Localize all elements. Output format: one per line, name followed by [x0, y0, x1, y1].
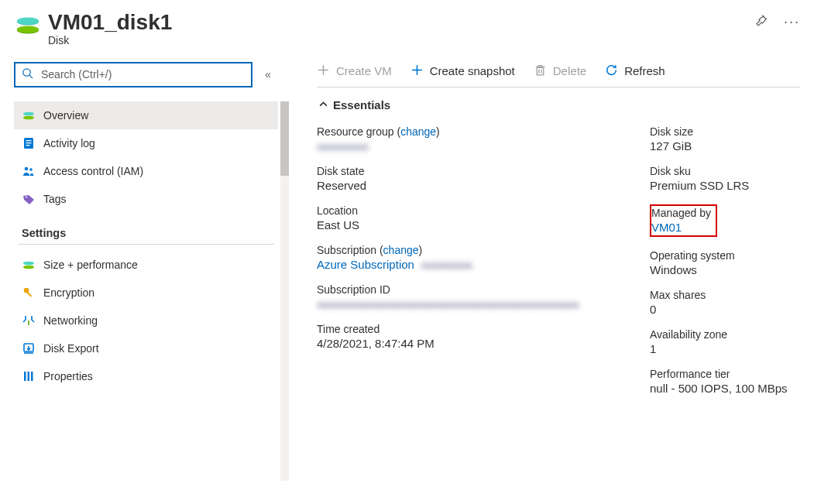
- disk-icon: [22, 258, 36, 272]
- create-snapshot-button[interactable]: Create snapshot: [410, 63, 515, 79]
- field-subscription: Subscription (change) Azure Subscription…: [317, 244, 619, 271]
- svg-point-6: [23, 111, 34, 115]
- svg-point-15: [23, 261, 34, 265]
- nav-search[interactable]: [14, 62, 252, 87]
- essentials-panel: Resource group (change) aaaaaaaaa Disk s…: [317, 125, 800, 395]
- avail-zone-value: 1: [650, 342, 788, 355]
- location-label: Location: [317, 204, 619, 217]
- svg-point-14: [26, 196, 27, 197]
- command-bar: Create VM Create snapshot Delete Refresh: [317, 63, 800, 87]
- os-label: Operating system: [650, 249, 788, 262]
- subscription-link[interactable]: Azure Subscription aaaaaaaaa: [317, 258, 472, 271]
- nav-item-activity-log[interactable]: Activity log: [14, 129, 278, 157]
- nav-item-networking[interactable]: Networking: [14, 307, 278, 334]
- nav-item-label: Activity log: [43, 137, 95, 149]
- max-shares-value: 0: [650, 303, 788, 316]
- page-header: VM01_disk1 Disk ···: [14, 9, 800, 46]
- disk-size-label: Disk size: [650, 125, 788, 138]
- svg-rect-21: [24, 372, 26, 381]
- redacted-value: aaaaaaaaa: [317, 139, 368, 152]
- nav-item-access-control[interactable]: Access control (IAM): [14, 157, 278, 185]
- nav-scrollbar[interactable]: [280, 101, 289, 481]
- redacted-value: aaaaaaaaaaaaaaaaaaaaaaaaaaaaaaaaaaaaaaaa…: [317, 297, 588, 310]
- subscription-id-label: Subscription ID: [317, 283, 619, 296]
- nav-item-label: Networking: [43, 314, 98, 327]
- field-operating-system: Operating system Windows: [650, 249, 788, 276]
- nav-item-size-performance[interactable]: Size + performance: [14, 251, 278, 279]
- log-icon: [22, 136, 36, 150]
- key-icon: [22, 286, 36, 300]
- field-location: Location East US: [317, 204, 619, 231]
- delete-button[interactable]: Delete: [534, 63, 586, 79]
- resource-type-label: Disk: [48, 34, 754, 46]
- disk-state-value: Reserved: [317, 179, 619, 192]
- perf-tier-label: Performance tier: [650, 368, 788, 380]
- people-icon: [22, 164, 36, 178]
- network-icon: [22, 314, 36, 327]
- nav-item-label: Disk Export: [43, 342, 99, 355]
- nav-item-label: Size + performance: [43, 259, 138, 271]
- svg-rect-10: [26, 142, 32, 143]
- refresh-icon: [605, 63, 618, 79]
- disk-resource-icon: [14, 12, 42, 40]
- field-time-created: Time created 4/28/2021, 8:47:44 PM: [317, 323, 619, 350]
- cmd-label: Create snapshot: [430, 64, 515, 77]
- disk-size-value: 127 GiB: [650, 139, 788, 153]
- collapse-nav-button[interactable]: «: [265, 68, 271, 81]
- nav-item-label: Overview: [43, 109, 88, 122]
- export-icon: [22, 341, 36, 355]
- cmd-label: Create VM: [336, 64, 392, 77]
- svg-line-5: [29, 75, 33, 78]
- field-managed-by: Managed by VM01: [650, 204, 788, 237]
- nav-item-label: Encryption: [43, 286, 94, 299]
- cmd-label: Refresh: [624, 64, 665, 77]
- svg-point-3: [17, 26, 39, 33]
- svg-rect-28: [537, 67, 544, 75]
- change-subscription-link[interactable]: change: [383, 244, 419, 256]
- disk-icon: [22, 108, 36, 122]
- search-icon: [22, 67, 33, 81]
- change-resource-group-link[interactable]: change: [400, 125, 436, 138]
- nav-item-tags[interactable]: Tags: [14, 185, 278, 213]
- avail-zone-label: Availability zone: [650, 328, 788, 341]
- plus-icon: [410, 63, 424, 79]
- svg-rect-22: [28, 372, 30, 381]
- nav-item-label: Access control (IAM): [43, 165, 143, 177]
- essentials-toggle[interactable]: Essentials: [318, 98, 800, 111]
- search-input[interactable]: [39, 67, 245, 81]
- resource-group-label: Resource group (: [317, 125, 400, 138]
- field-availability-zone: Availability zone 1: [650, 328, 788, 355]
- trash-icon: [534, 63, 547, 79]
- svg-rect-23: [31, 372, 33, 381]
- page-title: VM01_disk1: [48, 9, 754, 36]
- refresh-button[interactable]: Refresh: [605, 63, 665, 79]
- nav-group-settings: Settings: [22, 227, 289, 239]
- scrollbar-thumb[interactable]: [280, 101, 289, 176]
- nav-item-label: Tags: [43, 193, 67, 205]
- nav-item-disk-export[interactable]: Disk Export: [14, 334, 278, 362]
- field-max-shares: Max shares 0: [650, 289, 788, 316]
- disk-sku-value: Premium SSD LRS: [650, 179, 788, 192]
- disk-sku-label: Disk sku: [650, 165, 788, 177]
- subscription-label: Subscription (: [317, 244, 383, 256]
- svg-rect-11: [26, 145, 30, 146]
- field-resource-group: Resource group (change) aaaaaaaaa: [317, 125, 619, 153]
- properties-icon: [22, 369, 36, 383]
- plus-icon: [317, 63, 330, 79]
- essentials-label: Essentials: [333, 98, 390, 111]
- create-vm-button[interactable]: Create VM: [317, 63, 392, 79]
- nav-item-properties[interactable]: Properties: [14, 362, 278, 390]
- svg-point-4: [23, 69, 30, 76]
- nav-item-overview[interactable]: Overview: [14, 101, 278, 129]
- nav-item-encryption[interactable]: Encryption: [14, 279, 278, 307]
- field-performance-tier: Performance tier null - 500 IOPS, 100 MB…: [650, 368, 788, 395]
- tag-icon: [22, 192, 36, 206]
- managed-by-label: Managed by: [651, 207, 711, 219]
- max-shares-label: Max shares: [650, 289, 788, 301]
- field-subscription-id: Subscription ID aaaaaaaaaaaaaaaaaaaaaaaa…: [317, 283, 619, 310]
- chevron-up-icon: [318, 98, 328, 111]
- managed-by-link[interactable]: VM01: [651, 221, 682, 234]
- more-actions-button[interactable]: ···: [784, 14, 800, 30]
- pin-button[interactable]: [754, 14, 768, 30]
- location-value: East US: [317, 218, 619, 231]
